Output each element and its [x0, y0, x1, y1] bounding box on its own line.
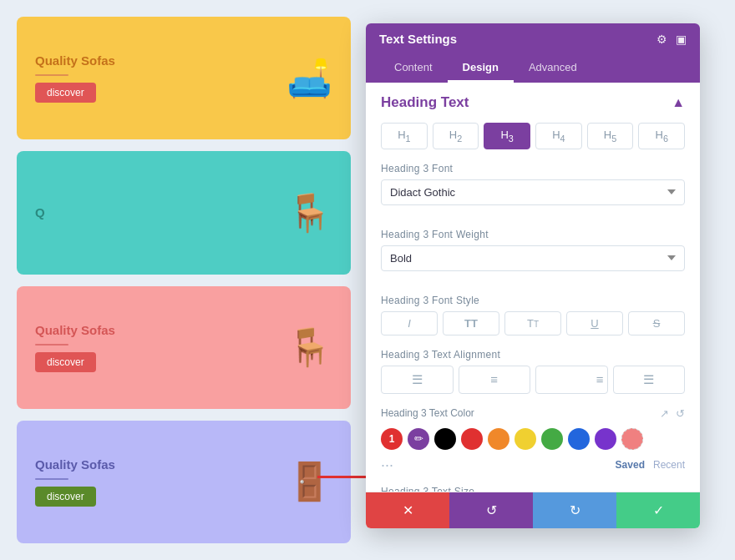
swatch-purple[interactable] [595, 428, 616, 450]
settings-panel: Text Settings ⚙ ▣ Content Design Advance… [366, 23, 700, 528]
swatch-black[interactable] [434, 428, 456, 450]
card-lavender-btn[interactable]: discover [35, 487, 96, 507]
card-lavender: Quality Sofas discover 🚪 [17, 421, 351, 543]
style-label: Heading 3 Font Style [381, 295, 685, 306]
panel-header: Text Settings ⚙ ▣ [366, 23, 700, 54]
strikethrough-btn[interactable]: S [628, 311, 685, 335]
saved-recent: Saved Recent [616, 459, 685, 471]
h1-btn[interactable]: H1 [381, 123, 428, 149]
swatch-red[interactable] [461, 428, 483, 450]
tab-content[interactable]: Content [379, 54, 448, 83]
card-teal-title: Q [35, 205, 45, 219]
card-yellow-icon: 🛋️ [286, 57, 332, 100]
card-lavender-content: Quality Sofas discover [35, 457, 115, 507]
panel-title: Text Settings [379, 32, 457, 46]
h6-btn[interactable]: H6 [638, 123, 685, 149]
swatch-blue[interactable] [568, 428, 590, 450]
tab-advanced[interactable]: Advanced [514, 54, 592, 83]
card-lavender-title: Quality Sofas [35, 457, 115, 472]
panel-toolbar: ✕ ↺ ↻ ✓ [366, 492, 700, 528]
style-icons: I TT TT U S [381, 311, 685, 335]
align-right-btn[interactable]: ≡ [535, 366, 608, 394]
swatch-green[interactable] [541, 428, 563, 450]
card-yellow: Quality Sofas discover 🛋️ [17, 17, 351, 139]
cancel-button[interactable]: ✕ [366, 492, 449, 528]
swatch-yellow[interactable] [514, 428, 536, 450]
color-header: Heading 3 Text Color ↗ ↺ [381, 407, 685, 420]
h5-btn[interactable]: H5 [587, 123, 634, 149]
card-pink-icon: 🪑 [286, 325, 332, 369]
collapse-icon[interactable]: ▲ [672, 95, 685, 110]
h4-btn[interactable]: H4 [535, 123, 582, 149]
panel-body: Heading Text ▲ H1 H2 H3 H4 H5 H6 Heading… [366, 83, 700, 492]
section-heading: Heading Text ▲ [381, 94, 685, 111]
weight-field-row: Heading 3 Font Weight Bold [381, 229, 685, 283]
card-lavender-divider [35, 478, 68, 480]
capitalize-btn[interactable]: TT [504, 311, 561, 335]
italic-btn[interactable]: I [381, 311, 438, 335]
card-yellow-title: Quality Sofas [35, 53, 115, 68]
font-select[interactable]: Didact Gothic [381, 179, 685, 205]
alignment-label: Heading 3 Text Alignment [381, 349, 685, 361]
uppercase-btn[interactable]: TT [443, 311, 499, 335]
font-field-row: Heading 3 Font Didact Gothic [381, 163, 685, 217]
align-left-btn[interactable]: ☰ [381, 366, 454, 394]
card-pink-divider [35, 344, 68, 346]
reset-color-icon[interactable]: ↺ [676, 407, 685, 420]
recent-label: Recent [653, 459, 685, 471]
card-yellow-content: Quality Sofas discover [35, 53, 115, 103]
swatch-edit[interactable]: ✏ [408, 428, 429, 450]
card-teal-icon: 🪑 [286, 191, 332, 235]
underline-btn[interactable]: U [566, 311, 623, 335]
weight-select[interactable]: Bold [381, 245, 685, 271]
align-icons: ☰ ≡ ≡ ☰ [381, 366, 685, 394]
card-pink-title: Quality Sofas [35, 323, 115, 337]
color-swatches: 1 ✏ [381, 428, 685, 450]
color-field-row: Heading 3 Text Color ↗ ↺ 1 ✏ ··· Saved [381, 407, 685, 474]
panel-expand-icon[interactable]: ▣ [676, 33, 687, 46]
reset-button[interactable]: ↺ [449, 492, 533, 528]
swatch-pink[interactable] [621, 428, 643, 450]
swatch-number[interactable]: 1 [381, 428, 403, 450]
align-center-btn[interactable]: ≡ [459, 366, 531, 394]
saved-label: Saved [616, 459, 645, 471]
h2-btn[interactable]: H2 [433, 123, 479, 149]
card-yellow-divider [35, 74, 68, 76]
card-pink: Quality Sofas discover 🪑 [17, 286, 351, 409]
section-title: Heading Text [381, 94, 469, 111]
panel-tabs: Content Design Advanced [366, 54, 700, 83]
card-pink-content: Quality Sofas discover [35, 323, 115, 372]
card-pink-btn[interactable]: discover [35, 352, 96, 372]
redo-button[interactable]: ↻ [533, 492, 616, 528]
card-yellow-btn[interactable]: discover [35, 83, 96, 103]
weight-label: Heading 3 Font Weight [381, 229, 685, 240]
style-field-row: Heading 3 Font Style I TT TT U S [381, 295, 685, 335]
card-teal-content: Q [35, 205, 45, 219]
alignment-field-row: Heading 3 Text Alignment ☰ ≡ ≡ ☰ [381, 349, 685, 394]
h3-btn[interactable]: H3 [484, 123, 530, 149]
canvas-background: Quality Sofas discover 🛋️ Q 🪑 Quality So… [0, 0, 368, 560]
font-label: Heading 3 Font [381, 163, 685, 174]
eyedropper-icon[interactable]: ↗ [660, 407, 669, 420]
swatch-orange[interactable] [488, 428, 509, 450]
panel-settings-icon[interactable]: ⚙ [656, 33, 667, 46]
color-label: Heading 3 Text Color [381, 407, 653, 419]
heading-buttons: H1 H2 H3 H4 H5 H6 [381, 123, 685, 149]
size-field-row: Heading 3 Text Size [381, 486, 685, 492]
panel-icons: ⚙ ▣ [656, 33, 687, 46]
size-label: Heading 3 Text Size [381, 486, 685, 492]
more-swatches-icon[interactable]: ··· [381, 457, 393, 474]
save-button[interactable]: ✓ [616, 492, 700, 528]
card-teal: Q 🪑 [17, 151, 351, 274]
tab-design[interactable]: Design [448, 54, 514, 83]
align-justify-btn[interactable]: ☰ [613, 366, 686, 394]
